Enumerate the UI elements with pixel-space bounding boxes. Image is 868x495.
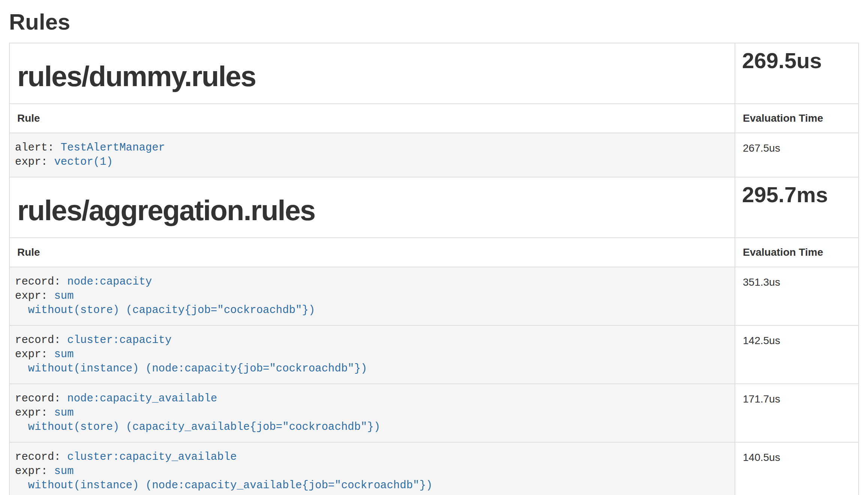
rule-row: record: cluster:capacityexpr: sum withou… [9, 325, 859, 384]
group-evaluation-time-cell: 295.7ms [735, 177, 859, 238]
page-title: Rules [9, 10, 859, 34]
rule-kind-label: record: [15, 451, 67, 463]
rule-kind-label: record: [15, 392, 67, 405]
rule-expr-label: expr: [15, 290, 54, 302]
rule-expr-label: expr: [15, 348, 54, 361]
group-name-cell: rules/aggregation.rules [9, 177, 735, 238]
rule-expr-link[interactable]: sum without(store) (capacity{job="cockro… [15, 290, 315, 316]
rule-definition-cell: alert: TestAlertManagerexpr: vector(1) [9, 133, 735, 177]
rule-name-link[interactable]: node:capacity [67, 276, 152, 288]
rule-name-link[interactable]: cluster:capacity_available [67, 451, 236, 463]
rule-definition-cell: record: node:capacity_availableexpr: sum… [9, 384, 735, 442]
time-column-header: Evaluation Time [735, 238, 859, 267]
rule-code: alert: TestAlertManagerexpr: vector(1) [15, 141, 729, 169]
group-evaluation-time-cell: 269.5us [735, 43, 859, 104]
rule-evaluation-time: 171.7us [735, 384, 859, 442]
rule-expr-label: expr: [15, 156, 54, 168]
rule-definition-cell: record: cluster:capacityexpr: sum withou… [9, 325, 735, 384]
rule-expr-label: expr: [15, 407, 54, 419]
rule-definition-cell: record: node:capacityexpr: sum without(s… [9, 267, 735, 325]
rule-kind-label: record: [15, 334, 67, 346]
rule-evaluation-time: 142.5us [735, 325, 859, 384]
rules-table: rules/dummy.rules 269.5us Rule Evaluatio… [9, 43, 859, 495]
rule-code: record: node:capacity_availableexpr: sum… [15, 392, 729, 434]
rule-expr-label: expr: [15, 465, 54, 477]
rule-code: record: cluster:capacityexpr: sum withou… [15, 333, 729, 376]
time-column-header: Evaluation Time [735, 104, 859, 133]
rule-column-header: Rule [9, 238, 735, 267]
rule-name-link[interactable]: cluster:capacity [67, 334, 171, 346]
group-name: rules/dummy.rules [17, 61, 727, 92]
rule-name-link[interactable]: TestAlertManager [61, 142, 165, 154]
group-name-cell: rules/dummy.rules [9, 43, 735, 104]
rules-page: Rules rules/dummy.rules 269.5us Rule Eva… [0, 0, 868, 495]
rule-column-header: Rule [9, 104, 735, 133]
rule-definition-cell: record: cluster:capacity_availableexpr: … [9, 442, 735, 495]
rule-evaluation-time: 351.3us [735, 267, 859, 325]
rule-row: record: node:capacityexpr: sum without(s… [9, 267, 859, 325]
rule-expr-link[interactable]: sum without(instance) (node:capacity{job… [15, 348, 367, 375]
column-header-row: Rule Evaluation Time [9, 104, 859, 133]
rule-evaluation-time: 140.5us [735, 442, 859, 495]
group-evaluation-time: 295.7ms [742, 183, 852, 207]
column-header-row: Rule Evaluation Time [9, 238, 859, 267]
rule-evaluation-time: 267.5us [735, 133, 859, 177]
rule-row: alert: TestAlertManagerexpr: vector(1) 2… [9, 133, 859, 177]
rule-code: record: node:capacityexpr: sum without(s… [15, 275, 729, 318]
group-header-row: rules/aggregation.rules 295.7ms [9, 177, 859, 238]
group-header-row: rules/dummy.rules 269.5us [9, 43, 859, 104]
rule-kind-label: record: [15, 276, 67, 288]
rule-row: record: cluster:capacity_availableexpr: … [9, 442, 859, 495]
group-evaluation-time: 269.5us [742, 49, 852, 73]
rule-kind-label: alert: [15, 142, 61, 154]
rule-row: record: node:capacity_availableexpr: sum… [9, 384, 859, 442]
rule-expr-link[interactable]: sum without(store) (capacity_available{j… [15, 407, 380, 433]
rule-name-link[interactable]: node:capacity_available [67, 392, 217, 405]
rule-expr-link[interactable]: vector(1) [54, 156, 113, 168]
group-name: rules/aggregation.rules [17, 195, 727, 226]
rule-expr-link[interactable]: sum without(instance) (node:capacity_ava… [15, 465, 433, 492]
rule-code: record: cluster:capacity_availableexpr: … [15, 450, 729, 493]
